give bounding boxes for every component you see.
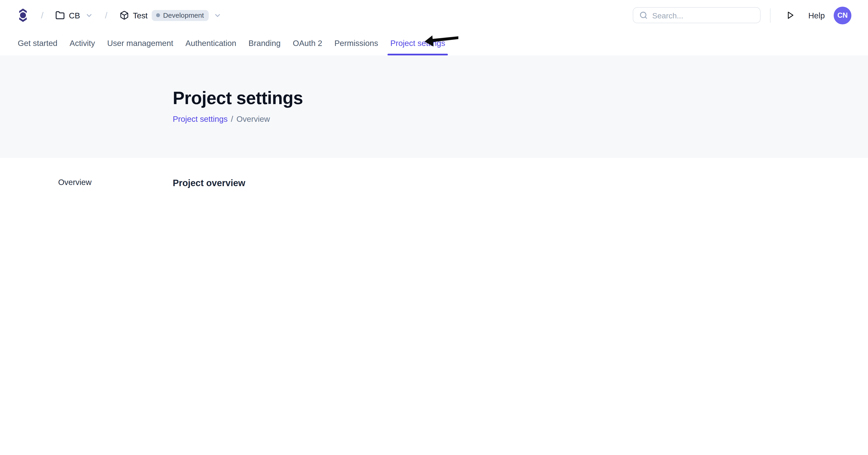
hanko-logo-icon[interactable] xyxy=(17,7,29,24)
run-button[interactable] xyxy=(785,10,795,20)
tab-get-started[interactable]: Get started xyxy=(17,31,58,55)
project-breadcrumb-button[interactable]: Test Development xyxy=(120,10,222,21)
tab-project-settings[interactable]: Project settings xyxy=(390,31,446,55)
play-icon xyxy=(785,10,795,20)
breadcrumb-separator: / xyxy=(41,10,43,20)
main-panel: Project overview Environment Development… xyxy=(173,178,673,189)
tab-activity[interactable]: Activity xyxy=(69,31,96,55)
avatar[interactable]: CN xyxy=(834,6,851,24)
tab-authentication[interactable]: Authentication xyxy=(185,31,237,55)
content-area: Overview API Keys Members Advanced Plans… xyxy=(0,158,868,189)
top-bar-actions: Help CN xyxy=(633,6,851,24)
org-breadcrumb-button[interactable]: CB xyxy=(56,10,93,20)
tab-branding[interactable]: Branding xyxy=(248,31,281,55)
app-window: / CB / Test Development xyxy=(0,0,868,189)
environment-badge: Development xyxy=(152,10,209,21)
search-icon xyxy=(640,11,648,19)
search-input[interactable] xyxy=(648,11,754,20)
breadcrumb-separator: / xyxy=(105,10,107,20)
breadcrumb-current: Overview xyxy=(237,115,270,124)
status-dot-icon xyxy=(156,13,160,17)
page-title: Project settings xyxy=(173,88,868,109)
breadcrumb: Project settings/Overview xyxy=(173,115,868,124)
breadcrumb-link-project-settings[interactable]: Project settings xyxy=(173,115,227,124)
page-header: Project settings Project settings/Overvi… xyxy=(0,55,868,158)
chevron-down-icon xyxy=(85,11,93,19)
environment-badge-label: Development xyxy=(163,11,204,19)
top-bar: / CB / Test Development xyxy=(0,0,868,31)
section-title: Project overview xyxy=(173,178,673,189)
org-name: CB xyxy=(69,11,80,20)
package-icon xyxy=(120,10,129,20)
folder-icon xyxy=(56,10,65,20)
tab-user-management[interactable]: User management xyxy=(106,31,174,55)
workspace-breadcrumb: / CB / Test Development xyxy=(17,7,222,24)
tab-permissions[interactable]: Permissions xyxy=(334,31,379,55)
help-link[interactable]: Help xyxy=(808,11,825,20)
header-divider xyxy=(770,8,771,23)
sidebar-item-overview[interactable]: Overview xyxy=(58,178,173,187)
main-nav-tabs: Get started Activity User management Aut… xyxy=(0,31,868,55)
project-name: Test xyxy=(133,11,148,20)
settings-sidebar: Overview API Keys Members Advanced Plans… xyxy=(58,178,173,189)
tab-oauth-2[interactable]: OAuth 2 xyxy=(292,31,323,55)
search-box[interactable] xyxy=(633,7,761,23)
breadcrumb-separator: / xyxy=(231,115,233,124)
chevron-down-icon xyxy=(214,11,222,19)
